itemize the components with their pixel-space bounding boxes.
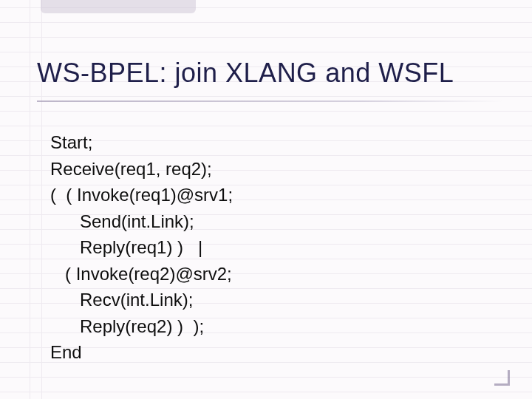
title-underline — [37, 100, 502, 102]
corner-accent-icon — [494, 370, 510, 386]
slide-title: WS-BPEL: join XLANG and WSFL — [37, 58, 502, 89]
top-shadow-decoration — [41, 0, 196, 13]
slide: WS-BPEL: join XLANG and WSFL Start; Rece… — [0, 0, 532, 399]
slide-body-code: Start; Receive(req1, req2); ( ( Invoke(r… — [50, 129, 233, 366]
